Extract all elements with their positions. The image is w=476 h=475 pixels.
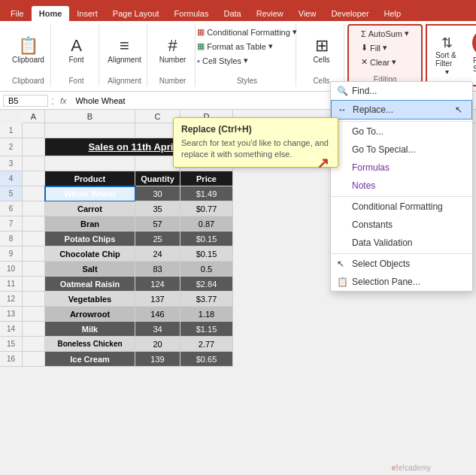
font-label: Font [68, 75, 83, 85]
cell-c13[interactable]: 146 [135, 307, 180, 322]
cell-a1[interactable] [23, 123, 45, 138]
cell-a16[interactable] [23, 352, 45, 367]
cell-d5[interactable]: $1.49 [180, 186, 233, 201]
cell-a12[interactable] [23, 292, 45, 307]
cell-c14[interactable]: 34 [135, 322, 180, 337]
cell-d7[interactable]: 0.87 [180, 216, 233, 231]
clipboard-button[interactable]: 📋 Clipboard [8, 35, 49, 66]
tab-page-layout[interactable]: Page Layout [105, 6, 167, 21]
cell-c7[interactable]: 57 [135, 216, 180, 231]
replace-menu-item[interactable]: ↔ Replace... ↖ [331, 100, 472, 120]
cell-c16[interactable]: 139 [135, 352, 180, 367]
cell-d14[interactable]: $1.15 [180, 322, 233, 337]
fill-arrow: ▾ [383, 43, 387, 53]
editing-group: Σ AutoSum ▾ ⬇ Fill ▾ ✕ Clear ▾ Editing [347, 24, 423, 86]
cell-b6[interactable]: Carrot [45, 201, 135, 216]
selection-pane-menu-item[interactable]: 📋 Selection Pane... [331, 273, 472, 291]
cell-b16[interactable]: Ice Cream [45, 352, 135, 367]
cell-b13[interactable]: Arrowroot [45, 307, 135, 322]
cell-reference[interactable]: B5 [3, 95, 48, 107]
cell-d11[interactable]: $2.84 [180, 277, 233, 292]
cell-b1[interactable] [45, 123, 135, 138]
tab-view[interactable]: View [291, 6, 324, 21]
find-select-button[interactable]: 🔍 Find & Select ▾ [468, 27, 476, 83]
fill-button[interactable]: ⬇ Fill ▾ [358, 41, 390, 54]
autosum-button[interactable]: Σ AutoSum ▾ [358, 27, 412, 40]
alignment-button[interactable]: ≡ Alignment [103, 35, 145, 66]
cell-styles-button[interactable]: ▪ Cell Styles ▾ [194, 54, 251, 67]
tab-insert[interactable]: Insert [69, 6, 105, 21]
font-button[interactable]: A Font [62, 35, 92, 66]
goto-special-menu-item[interactable]: Go To Special... [331, 141, 472, 159]
cell-d10[interactable]: 0.5 [180, 262, 233, 277]
cell-a11[interactable] [23, 277, 45, 292]
cell-c9[interactable]: 24 [135, 247, 180, 262]
formulas-menu-item[interactable]: Formulas [331, 159, 472, 177]
data-validation-menu-item[interactable]: Data Validation [331, 234, 472, 252]
cell-c4[interactable]: Quantity [135, 171, 180, 186]
cell-b10[interactable]: Salt [45, 262, 135, 277]
cell-b15[interactable]: Boneless Chicken [45, 337, 135, 352]
cells-button[interactable]: ⊞ Cells [307, 35, 337, 66]
replace-tooltip: Replace (Ctrl+H) Search for text you'd l… [173, 117, 338, 168]
cell-b9[interactable]: Chocolate Chip [45, 247, 135, 262]
cell-b12[interactable]: Vegetables [45, 292, 135, 307]
cell-a9[interactable] [23, 247, 45, 262]
cell-d13[interactable]: 1.18 [180, 307, 233, 322]
cell-b4[interactable]: Product [45, 171, 135, 186]
cell-b5[interactable]: Whole Wheat [45, 186, 135, 201]
cell-a7[interactable] [23, 216, 45, 231]
cell-c5[interactable]: 30 [135, 186, 180, 201]
cell-c11[interactable]: 124 [135, 277, 180, 292]
goto-menu-item[interactable]: Go To... [331, 121, 472, 141]
select-objects-menu-item[interactable]: ↖ Select Objects [331, 253, 472, 273]
cell-d8[interactable]: $0.15 [180, 231, 233, 247]
cell-c8[interactable]: 25 [135, 231, 180, 247]
table-row: Arrowroot 146 1.18 [23, 307, 476, 322]
cell-b7[interactable]: Bran [45, 216, 135, 231]
cell-a14[interactable] [23, 322, 45, 337]
cell-d9[interactable]: $0.15 [180, 247, 233, 262]
cell-d15[interactable]: 2.77 [180, 337, 233, 352]
row-header-8: 8 [0, 231, 23, 247]
cell-a13[interactable] [23, 307, 45, 322]
cell-a6[interactable] [23, 201, 45, 216]
cell-b11[interactable]: Oatmeal Raisin [45, 277, 135, 292]
conditional-formatting-button[interactable]: ▦ Conditional Formatting ▾ [194, 26, 300, 38]
cell-b14[interactable]: Milk [45, 322, 135, 337]
find-menu-item[interactable]: 🔍 Find... [331, 82, 472, 100]
cell-a2[interactable] [23, 138, 45, 156]
constants-menu-item[interactable]: Constants [331, 216, 472, 234]
conditional-formatting-menu-item[interactable]: Conditional Formatting [331, 196, 472, 216]
cell-b3[interactable] [45, 156, 135, 171]
cell-d4[interactable]: Price [180, 171, 233, 186]
cell-d16[interactable]: $0.65 [180, 352, 233, 367]
cell-d6[interactable]: $0.77 [180, 201, 233, 216]
tab-formulas[interactable]: Formulas [167, 6, 217, 21]
cell-d12[interactable]: $3.77 [180, 292, 233, 307]
cell-a10[interactable] [23, 262, 45, 277]
format-table-button[interactable]: ▦ Format as Table ▾ [194, 40, 276, 53]
cell-a15[interactable] [23, 337, 45, 352]
tab-review[interactable]: Review [249, 6, 291, 21]
tab-file[interactable]: File [3, 6, 32, 21]
number-icon: # [168, 38, 177, 54]
cell-a3[interactable] [23, 156, 45, 171]
tab-help[interactable]: Help [377, 6, 409, 21]
cell-c12[interactable]: 137 [135, 292, 180, 307]
cell-c10[interactable]: 83 [135, 262, 180, 277]
cell-c15[interactable]: 20 [135, 337, 180, 352]
tab-data[interactable]: Data [216, 6, 248, 21]
cell-a4[interactable] [23, 171, 45, 186]
tab-home[interactable]: Home [32, 6, 70, 21]
notes-menu-item[interactable]: Notes [331, 177, 472, 195]
clear-button[interactable]: ✕ Clear ▾ [358, 56, 399, 68]
tab-developer[interactable]: Developer [323, 6, 376, 21]
cell-a8[interactable] [23, 231, 45, 247]
cell-b8[interactable]: Potato Chips [45, 231, 135, 247]
number-button[interactable]: # Number [155, 35, 191, 66]
cell-c6[interactable]: 35 [135, 201, 180, 216]
clear-icon: ✕ [361, 57, 368, 67]
cell-a5[interactable] [23, 186, 45, 201]
sort-filter-button[interactable]: ⇅ Sort & Filter ▾ [431, 32, 462, 78]
